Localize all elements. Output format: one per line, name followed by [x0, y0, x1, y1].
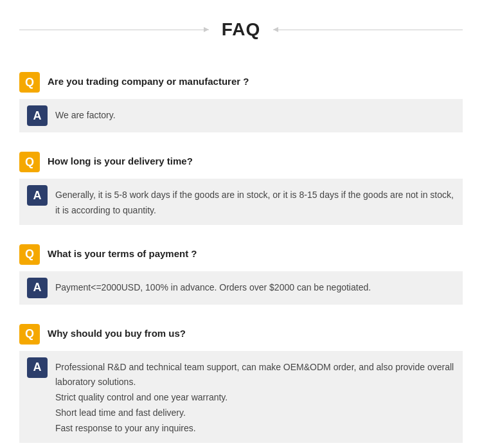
faq-answer-line-4-3: Short lead time and fast delivery.: [55, 408, 186, 418]
faq-item-2: Q How long is your delivery time? A Gene…: [19, 145, 463, 225]
faq-answer-row-1: A We are factory.: [19, 99, 463, 132]
faq-item-1: Q Are you trading company or manufacture…: [19, 66, 463, 132]
a-badge-4: A: [27, 357, 48, 378]
faq-answer-row-3: A Payment<=2000USD, 100% in advance. Ord…: [19, 271, 463, 305]
faq-question-text-2: How long is your delivery time?: [48, 152, 193, 169]
faq-title: FAQ: [209, 19, 274, 40]
faq-answer-text-1: We are factory.: [55, 105, 116, 123]
faq-answer-text-3: Payment<=2000USD, 100% in advance. Order…: [55, 278, 371, 296]
faq-question-row-1: Q Are you trading company or manufacture…: [19, 66, 463, 99]
faq-header: FAQ: [19, 13, 463, 46]
faq-item-4: Q Why should you buy from us? A Professi…: [19, 318, 463, 443]
faq-question-row-2: Q How long is your delivery time?: [19, 145, 463, 179]
q-badge-3: Q: [19, 244, 40, 265]
a-badge-3: A: [27, 278, 48, 298]
a-badge-2: A: [27, 185, 48, 206]
faq-list: Q Are you trading company or manufacture…: [19, 66, 463, 443]
faq-answer-row-4: A Professional R&D and technical team su…: [19, 351, 463, 443]
header-line-right: [273, 30, 463, 30]
q-badge-4: Q: [19, 324, 40, 345]
faq-answer-line-4-1: Professional R&D and technical team supp…: [55, 362, 454, 388]
faq-answer-line-4-4: Fast response to your any inquires.: [55, 423, 196, 433]
header-line-left: [19, 30, 209, 30]
faq-question-row-4: Q Why should you buy from us?: [19, 318, 463, 351]
page-wrapper: FAQ Q Are you trading company or manufac…: [0, 0, 482, 448]
faq-item-3: Q What is your terms of payment ? A Paym…: [19, 238, 463, 305]
faq-question-text-3: What is your terms of payment ?: [48, 244, 197, 262]
q-badge-1: Q: [19, 72, 40, 93]
faq-answer-line-4-2: Strict quality control and one year warr…: [55, 392, 228, 402]
q-badge-2: Q: [19, 152, 40, 172]
faq-answer-text-4: Professional R&D and technical team supp…: [55, 357, 455, 436]
faq-answer-row-2: A Generally, it is 5-8 work days if the …: [19, 179, 463, 225]
faq-question-text-1: Are you trading company or manufacturer …: [48, 72, 249, 89]
a-badge-1: A: [27, 105, 48, 126]
faq-question-row-3: Q What is your terms of payment ?: [19, 238, 463, 271]
faq-question-text-4: Why should you buy from us?: [48, 324, 186, 341]
faq-answer-text-2: Generally, it is 5-8 work days if the go…: [55, 185, 455, 219]
